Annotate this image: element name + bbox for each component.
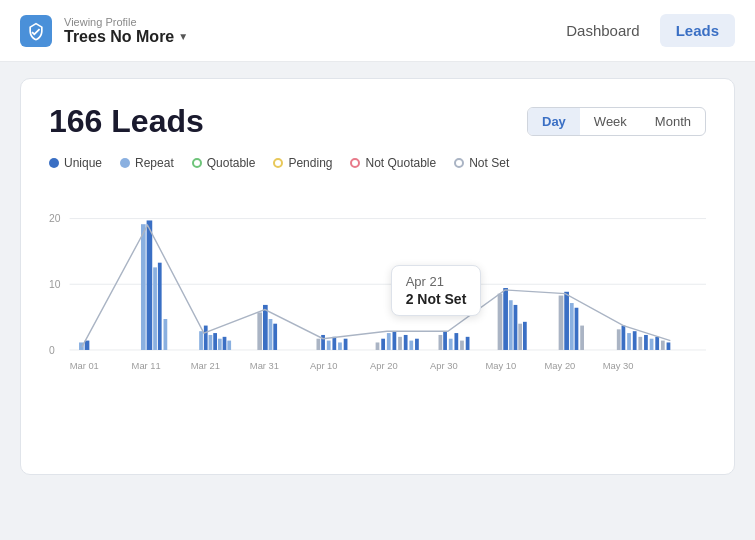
legend-pending: Pending: [273, 156, 332, 170]
bar: [580, 326, 584, 350]
x-label-may30: May 30: [603, 361, 634, 371]
legend-not-quotable: Not Quotable: [350, 156, 436, 170]
bar: [141, 224, 146, 350]
leads-count: 166 Leads: [49, 103, 204, 140]
bar: [661, 341, 665, 350]
bar: [523, 322, 527, 350]
app-logo: [20, 15, 52, 47]
bar: [316, 339, 320, 350]
legend-not-set-label: Not Set: [469, 156, 509, 170]
bar: [650, 339, 654, 350]
bar: [332, 337, 336, 350]
app-header: Viewing Profile Trees No More ▼ Dashboar…: [0, 0, 755, 62]
legend-repeat: Repeat: [120, 156, 174, 170]
leads-card: 166 Leads Day Week Month Unique Repeat Q…: [20, 78, 735, 475]
bar: [460, 341, 464, 350]
x-label-apr20: Apr 20: [370, 361, 398, 371]
legend-repeat-dot: [120, 158, 130, 168]
time-filter-month[interactable]: Month: [641, 108, 705, 135]
bar: [263, 305, 268, 350]
bar: [381, 339, 385, 350]
bar: [227, 341, 231, 350]
leads-nav-button[interactable]: Leads: [660, 14, 735, 47]
bar: [498, 294, 503, 350]
card-header: 166 Leads Day Week Month: [49, 103, 706, 140]
bar: [667, 342, 671, 350]
y-label-20: 20: [49, 213, 61, 224]
bar: [327, 341, 331, 350]
legend-quotable-label: Quotable: [207, 156, 256, 170]
bar: [223, 337, 227, 350]
x-label-apr30: Apr 30: [430, 361, 458, 371]
bar: [218, 339, 222, 350]
header-nav: Dashboard Leads: [550, 14, 735, 47]
bar: [409, 341, 413, 350]
legend-repeat-label: Repeat: [135, 156, 174, 170]
legend-not-set: Not Set: [454, 156, 509, 170]
legend-pending-dot: [273, 158, 283, 168]
bar: [627, 333, 631, 350]
bar: [617, 329, 621, 350]
bar: [393, 331, 397, 350]
chart-legend: Unique Repeat Quotable Pending Not Quota…: [49, 156, 706, 170]
bar: [398, 337, 402, 350]
x-label-mar01: Mar 01: [70, 361, 99, 371]
y-label-10: 10: [49, 279, 61, 290]
bar: [204, 326, 208, 350]
logo-icon: [26, 21, 46, 41]
bar: [655, 337, 659, 350]
bar: [415, 339, 419, 350]
x-label-mar31: Mar 31: [250, 361, 279, 371]
x-label-mar21: Mar 21: [191, 361, 220, 371]
legend-quotable: Quotable: [192, 156, 256, 170]
viewing-profile: Viewing Profile Trees No More ▼: [64, 16, 188, 46]
bar: [257, 312, 262, 350]
bar: [575, 308, 579, 350]
bar: [344, 339, 348, 350]
time-filter-group: Day Week Month: [527, 107, 706, 136]
bar: [443, 331, 447, 350]
profile-name[interactable]: Trees No More ▼: [64, 28, 188, 46]
main-content: 166 Leads Day Week Month Unique Repeat Q…: [0, 62, 755, 491]
x-label-may20: May 20: [545, 361, 576, 371]
bar: [338, 342, 342, 350]
bar: [321, 335, 325, 350]
bar: [449, 339, 453, 350]
profile-dropdown-arrow: ▼: [178, 31, 188, 42]
bar: [518, 324, 522, 350]
viewing-label: Viewing Profile: [64, 16, 188, 28]
dashboard-nav-button[interactable]: Dashboard: [550, 14, 655, 47]
legend-not-quotable-dot: [350, 158, 360, 168]
bar: [644, 335, 648, 350]
legend-not-set-dot: [454, 158, 464, 168]
bar: [273, 324, 277, 350]
bar: [622, 326, 626, 350]
bar: [638, 337, 642, 350]
bar: [564, 292, 569, 350]
legend-unique-dot: [49, 158, 59, 168]
bar: [509, 300, 513, 350]
time-filter-week[interactable]: Week: [580, 108, 641, 135]
bar: [570, 303, 574, 350]
bar: [559, 296, 564, 350]
leads-chart: 20 10 0: [49, 184, 706, 454]
x-label-mar11: Mar 11: [132, 361, 161, 371]
bar: [164, 319, 168, 350]
time-filter-day[interactable]: Day: [528, 108, 580, 135]
legend-unique: Unique: [49, 156, 102, 170]
legend-not-quotable-label: Not Quotable: [365, 156, 436, 170]
bar: [514, 305, 518, 350]
bar: [209, 335, 213, 350]
bar: [147, 220, 153, 350]
legend-quotable-dot: [192, 158, 202, 168]
bar: [387, 333, 391, 350]
bar: [466, 337, 470, 350]
bar: [213, 333, 217, 350]
bar: [454, 333, 458, 350]
bar: [376, 342, 380, 350]
header-left: Viewing Profile Trees No More ▼: [20, 15, 188, 47]
bar: [158, 263, 162, 350]
y-label-0: 0: [49, 345, 55, 356]
bar: [439, 335, 443, 350]
x-label-may10: May 10: [485, 361, 516, 371]
